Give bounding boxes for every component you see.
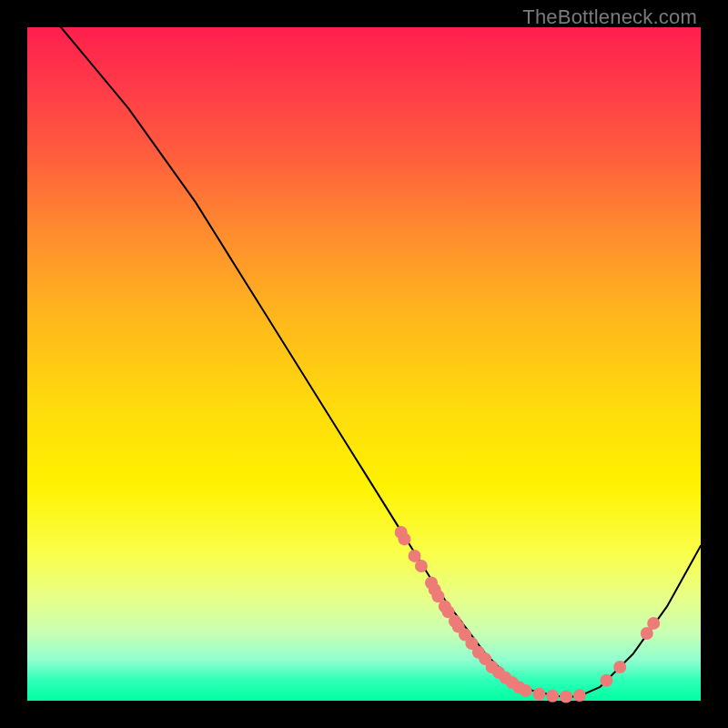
chart-stage: TheBottleneck.com [0, 0, 728, 728]
bottleneck-curve-path [61, 27, 701, 697]
data-point [647, 617, 660, 630]
data-point [546, 690, 559, 703]
data-point [398, 532, 410, 545]
data-point [613, 661, 626, 673]
data-point [560, 691, 572, 703]
plot-area [27, 27, 701, 701]
chart-svg [27, 27, 701, 701]
markers-group [395, 526, 661, 703]
data-point [520, 684, 532, 697]
watermark-text: TheBottleneck.com [522, 5, 697, 29]
data-point [573, 689, 586, 702]
data-point [415, 560, 428, 572]
data-point [600, 674, 612, 687]
data-point [532, 688, 545, 701]
